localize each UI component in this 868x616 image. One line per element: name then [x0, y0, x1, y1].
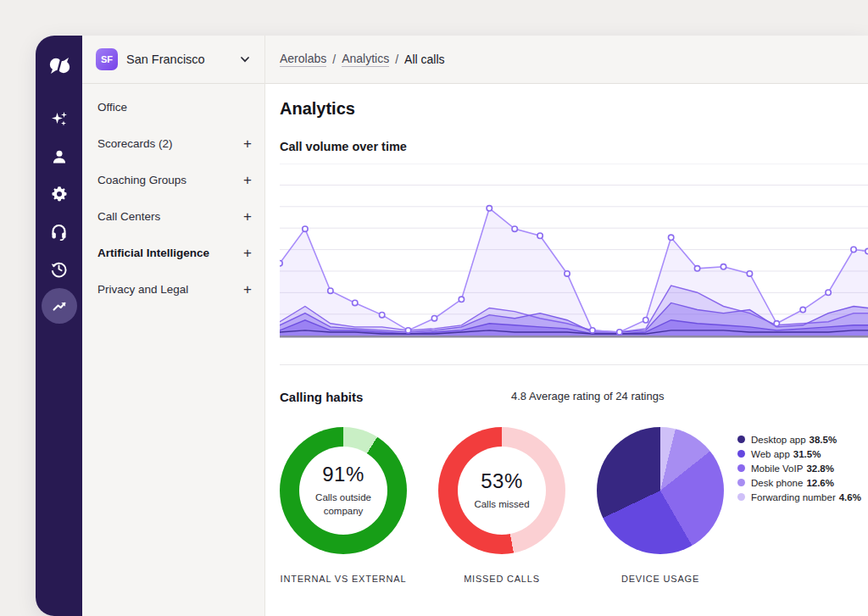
donut-center: 91% Calls outside company [299, 447, 387, 535]
chart-caption-internal-vs-external: INTERNAL VS EXTERNAL [281, 574, 407, 584]
main-panel: Aerolabs / Analytics / All calls Analyti… [265, 36, 868, 616]
legend-dot [737, 436, 745, 443]
expand-plus-icon[interactable]: + [243, 246, 252, 260]
sidebar-menu: Office Scorecards (2) + Coaching Groups … [82, 84, 264, 308]
headset-icon[interactable] [42, 214, 77, 249]
sidebar-item-label: Coaching Groups [97, 174, 243, 186]
calling-habits-header: Calling habits 4.8 Average rating of 24 … [280, 390, 868, 404]
device-usage-legend: Desktop app 38.5% Web app 31.5% Mobile V… [737, 427, 861, 584]
person-icon[interactable] [42, 139, 77, 175]
breadcrumb-link-aerolabs[interactable]: Aerolabs [280, 52, 326, 67]
legend-item-desk-phone: Desk phone 12.6% [737, 475, 861, 490]
donut-percentage: 91% [322, 463, 364, 486]
expand-plus-icon[interactable]: + [243, 173, 252, 187]
legend-dot [737, 493, 745, 501]
chevron-down-icon [239, 53, 251, 65]
donut-percentage: 53% [481, 469, 523, 493]
call-volume-area-chart [280, 164, 868, 338]
analytics-content: Analytics Call volume over time Calling … [265, 84, 868, 616]
sidebar-item-scorecards[interactable]: Scorecards (2) + [82, 125, 264, 162]
legend-label: Mobile VoIP [751, 463, 803, 474]
missed-calls-chart: 53% Calls missed MISSED CALLS [438, 427, 565, 584]
sidebar-item-label: Scorecards (2) [97, 137, 243, 150]
legend-item-mobile-voip: Mobile VoIP 32.8% [737, 461, 861, 475]
workspace-badge: SF [96, 48, 118, 70]
sparkles-icon[interactable] [42, 102, 77, 137]
sidebar-item-label: Privacy and Legal [97, 283, 243, 296]
dialpad-logo-icon[interactable] [44, 51, 75, 81]
donut-center: 53% Calls missed [458, 447, 546, 535]
average-rating-note: 4.8 Average rating of 24 ratings [511, 390, 664, 402]
expand-plus-icon[interactable]: + [243, 136, 252, 151]
calling-habits-charts: 91% Calls outside company INTERNAL VS EX… [280, 427, 868, 584]
legend-value: 38.5% [810, 435, 837, 445]
call-volume-chart-title: Call volume over time [280, 140, 868, 153]
trend-up-icon[interactable] [42, 288, 77, 324]
breadcrumb-separator: / [332, 53, 336, 66]
legend-item-forwarding-number: Forwarding number 4.6% [737, 490, 861, 504]
sidebar-item-office[interactable]: Office [82, 89, 264, 125]
calling-habits-title: Calling habits [280, 390, 363, 404]
sidebar-item-privacy-and-legal[interactable]: Privacy and Legal + [82, 271, 264, 308]
breadcrumb-current: All calls [404, 53, 444, 66]
history-clock-icon[interactable] [42, 251, 77, 286]
sidebar: SF San Francisco Office Scorecards (2) +… [82, 36, 265, 616]
legend-value: 32.8% [806, 463, 834, 474]
legend-item-web-app: Web app 31.5% [737, 447, 861, 461]
legend-value: 31.5% [793, 449, 821, 459]
chart-caption-missed-calls: MISSED CALLS [464, 574, 540, 584]
sidebar-item-label: Office [97, 101, 252, 114]
section-divider [280, 364, 868, 365]
donut-label: Calls outside company [304, 491, 382, 518]
donut-label: Calls missed [463, 498, 541, 512]
app-window: SF San Francisco Office Scorecards (2) +… [36, 36, 868, 616]
legend-label: Web app [751, 449, 790, 459]
icon-rail [36, 36, 82, 616]
internal-vs-external-donut: 91% Calls outside company [280, 427, 407, 554]
sidebar-item-label: Call Centers [97, 210, 243, 223]
sidebar-item-call-centers[interactable]: Call Centers + [82, 198, 264, 235]
legend-dot [737, 464, 745, 472]
expand-plus-icon[interactable]: + [243, 282, 252, 297]
chart-caption-device-usage: DEVICE USAGE [621, 574, 699, 584]
settings-gear-icon[interactable] [42, 176, 77, 212]
device-usage-chart: DEVICE USAGE [597, 427, 724, 584]
sidebar-item-artificial-intelligence[interactable]: Artificial Intelligence + [82, 235, 264, 271]
legend-value: 4.6% [839, 492, 861, 502]
workspace-switcher[interactable]: SF San Francisco [82, 36, 264, 84]
sidebar-item-coaching-groups[interactable]: Coaching Groups + [82, 162, 264, 198]
workspace-name: San Francisco [126, 53, 239, 66]
internal-vs-external-chart: 91% Calls outside company INTERNAL VS EX… [280, 427, 407, 584]
missed-calls-donut: 53% Calls missed [438, 427, 565, 554]
expand-plus-icon[interactable]: + [243, 209, 252, 224]
legend-label: Forwarding number [751, 492, 836, 502]
page-title: Analytics [280, 99, 868, 119]
breadcrumb-link-analytics[interactable]: Analytics [342, 52, 389, 67]
sidebar-item-label: Artificial Intelligence [97, 247, 243, 259]
breadcrumb-separator: / [395, 53, 398, 66]
legend-dot [737, 479, 745, 486]
device-usage-pie [597, 427, 724, 554]
legend-item-desktop-app: Desktop app 38.5% [737, 432, 861, 447]
legend-value: 12.6% [806, 478, 834, 488]
legend-label: Desktop app [751, 435, 806, 445]
legend-label: Desk phone [751, 478, 803, 488]
legend-dot [737, 450, 745, 458]
breadcrumb: Aerolabs / Analytics / All calls [265, 36, 868, 84]
